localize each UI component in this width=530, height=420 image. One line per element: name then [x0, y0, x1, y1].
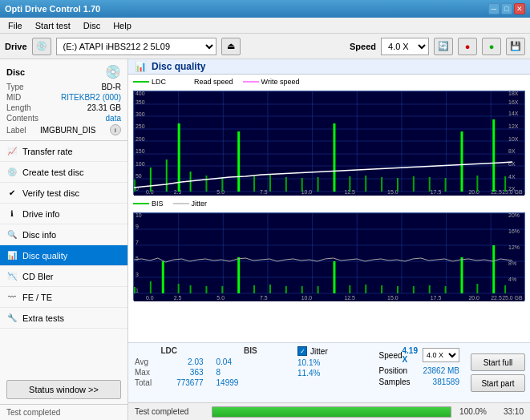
sidebar-item-disc-quality[interactable]: 📊 Disc quality — [0, 245, 127, 266]
close-button[interactable]: ✕ — [514, 3, 525, 14]
write-speed-legend-dot — [243, 81, 259, 83]
svg-text:8%: 8% — [508, 260, 516, 266]
bis-avg-value: 0.04 — [216, 357, 232, 366]
top-chart-legend: LDC Read speed Write speed — [133, 78, 525, 87]
jitter-checkbox[interactable]: ✓ — [297, 346, 307, 356]
svg-rect-123 — [301, 286, 303, 293]
svg-rect-71 — [476, 176, 478, 192]
save-button[interactable]: 💾 — [506, 38, 525, 55]
sidebar-item-create-test-disc[interactable]: 💿 Create test disc — [0, 162, 127, 183]
bottom-chart: 1 3 5 7 9 10 20% 16% 12% 8% 4% 0.0 2.5 5… — [133, 212, 525, 301]
bis-stats-col: BIS 0.04 8 14999 — [210, 343, 292, 402]
ldc-legend-label: LDC — [152, 78, 166, 86]
drive-icon-button[interactable]: 💿 — [32, 38, 51, 55]
bottom-chart-legend: BIS Jitter — [133, 200, 525, 209]
bottom-chart-svg: 1 3 5 7 9 10 20% 16% 12% 8% 4% 0.0 2.5 5… — [134, 213, 524, 301]
sidebar-item-cd-bler[interactable]: 📉 CD Bler — [0, 266, 127, 287]
checkmark-icon: ✓ — [300, 348, 305, 355]
svg-rect-127 — [365, 285, 366, 293]
svg-rect-69 — [445, 178, 447, 192]
jitter-header: ✓ Jitter — [297, 346, 366, 356]
svg-text:4X: 4X — [508, 174, 516, 180]
sidebar-item-disc-info[interactable]: 🔍 Disc info — [0, 224, 127, 245]
svg-rect-128 — [381, 285, 382, 293]
app-title: Opti Drive Control 1.70 — [5, 4, 100, 14]
chart-header: 📊 Disc quality — [128, 59, 530, 75]
sidebar-item-verify-test-disc[interactable]: ✔ Verify test disc — [0, 183, 127, 204]
position-label: Position — [379, 366, 408, 375]
svg-text:2.5: 2.5 — [174, 189, 182, 195]
svg-text:16X: 16X — [508, 99, 519, 105]
menu-start-test[interactable]: Start test — [30, 20, 75, 31]
extra-tests-icon: 🔧 — [6, 313, 18, 324]
speed-stats-col: Speed 4.19 X 4.0 X Max 8.0 X Position 23… — [373, 343, 466, 402]
svg-text:10.0: 10.0 — [301, 295, 313, 301]
svg-text:1: 1 — [136, 288, 139, 293]
svg-text:12X: 12X — [508, 123, 519, 129]
sidebar-label-cd-bler: CD Bler — [22, 272, 54, 281]
disc-info-icon: 🔍 — [6, 229, 18, 240]
status-window-button[interactable]: Status window >> — [6, 380, 121, 399]
ldc-avg-value: 2.03 — [188, 357, 203, 366]
sidebar-item-drive-info[interactable]: ℹ Drive info — [0, 204, 127, 224]
svg-text:7.5: 7.5 — [260, 295, 268, 301]
maximize-button[interactable]: □ — [501, 3, 512, 14]
label-info-icon[interactable]: i — [110, 124, 121, 135]
svg-rect-70 — [460, 131, 463, 192]
svg-rect-63 — [349, 176, 350, 192]
menu-file[interactable]: File — [3, 20, 27, 31]
svg-rect-67 — [413, 176, 415, 192]
read-speed-legend-label: Read speed — [194, 78, 233, 86]
speed-select[interactable]: 4.0 X Max 8.0 X — [381, 38, 429, 55]
speed-label: Speed — [350, 42, 376, 51]
eject-button[interactable]: ⏏ — [221, 38, 241, 55]
svg-text:14X: 14X — [508, 111, 519, 116]
green-circle-button[interactable]: ● — [482, 38, 501, 55]
disc-contents-value: data — [106, 114, 121, 123]
sidebar-label-transfer-rate: Transfer rate — [22, 147, 73, 156]
drive-label: Drive — [5, 42, 27, 51]
svg-rect-73 — [504, 176, 506, 192]
menu-help[interactable]: Help — [108, 20, 136, 31]
ldc-legend-dot — [133, 81, 149, 83]
verify-test-icon: ✔ — [6, 188, 18, 199]
speed-max-select[interactable]: 4.0 X Max 8.0 X — [423, 348, 459, 362]
svg-rect-115 — [178, 284, 180, 293]
bis-legend-label: BIS — [152, 200, 164, 208]
svg-text:10X: 10X — [508, 136, 519, 142]
ldc-stats-header: LDC — [135, 346, 204, 355]
refresh-button[interactable]: 🔄 — [434, 38, 453, 55]
charts-area: LDC Read speed Write speed — [128, 75, 530, 342]
sidebar-item-transfer-rate[interactable]: 📈 Transfer rate — [0, 141, 127, 162]
progress-bar-fill — [212, 407, 451, 417]
svg-text:300: 300 — [136, 111, 145, 117]
bis-legend-item: BIS — [133, 200, 164, 208]
svg-text:3: 3 — [136, 272, 139, 277]
svg-text:17.5: 17.5 — [431, 295, 442, 301]
start-part-button[interactable]: Start part — [471, 374, 525, 392]
title-bar: Opti Drive Control 1.70 ─ □ ✕ — [0, 0, 530, 18]
chart-title: Disc quality — [152, 61, 205, 72]
svg-rect-120 — [253, 285, 255, 293]
stats-area: LDC Avg 2.03 Max 363 Total 773677 BIS — [128, 342, 530, 402]
svg-text:20.0: 20.0 — [468, 295, 479, 301]
disc-panel-title: Disc — [6, 67, 25, 77]
svg-rect-118 — [221, 286, 223, 293]
jitter-legend-item: Jitter — [173, 200, 208, 208]
drive-select[interactable]: (E:) ATAPI iHBS212 2 5L09 — [56, 38, 216, 55]
red-circle-button[interactable]: ● — [458, 38, 477, 55]
ldc-stats-col: LDC Avg 2.03 Max 363 Total 773677 — [128, 343, 210, 402]
svg-rect-61 — [318, 177, 319, 192]
window-controls: ─ □ ✕ — [488, 3, 525, 14]
bis-max-value: 8 — [216, 368, 221, 377]
read-speed-legend-dot — [176, 81, 192, 83]
start-full-button[interactable]: Start full — [471, 353, 525, 371]
nav-items: 📈 Transfer rate 💿 Create test disc ✔ Ver… — [0, 141, 127, 375]
svg-text:12%: 12% — [508, 244, 520, 250]
transfer-rate-icon: 📈 — [6, 146, 18, 157]
minimize-button[interactable]: ─ — [488, 3, 500, 14]
sidebar-item-fe-te[interactable]: 〰 FE / TE — [0, 287, 127, 308]
svg-text:22.5: 22.5 — [491, 295, 502, 301]
sidebar-item-extra-tests[interactable]: 🔧 Extra tests — [0, 308, 127, 329]
menu-disc[interactable]: Disc — [79, 20, 105, 31]
